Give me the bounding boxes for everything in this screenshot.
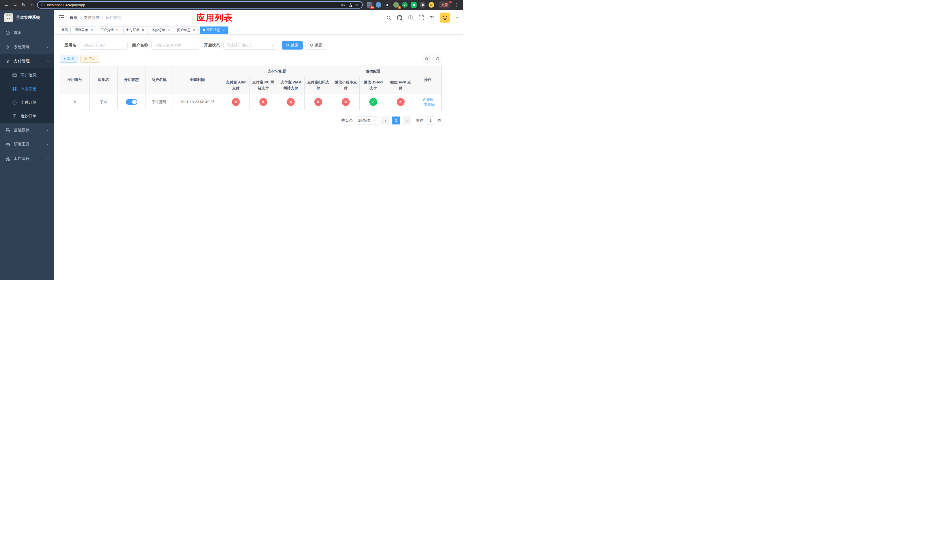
apps-table: 应用编号 应用名 开启状态 商户名称 创建时间 支付宝配置 微信配置 操作 支付… [60,66,441,110]
extension-avatar-icon[interactable]: 1 [393,2,399,8]
navbar-actions: ? TT [386,12,458,23]
tab-商户信息[interactable]: 商户信息× [174,26,199,34]
sidebar-item-refund-orders[interactable]: 退款订单 [0,109,54,123]
page-content: 应用名 商户名称 开启状态 请选择开启状态 搜索 重置 [54,35,463,280]
page-size-value: 10条/页 [358,118,371,123]
sidebar-collapse-icon[interactable] [59,15,65,21]
github-icon[interactable] [396,15,402,21]
url-text[interactable]: localhost:1024/pay/app [47,3,339,7]
password-key-icon[interactable] [341,3,345,7]
tab-label: 退款订单 [151,28,165,32]
config-status-cell: × [250,94,277,110]
sidebar-item-label: 基础设施 [14,128,43,133]
extension-glyph [386,4,388,6]
font-size-icon[interactable]: TT [429,15,435,21]
tab-close-icon[interactable]: × [115,28,119,32]
user-avatar[interactable] [440,12,450,23]
app-title: 芋道管理系统 [16,15,40,20]
browser-forward-icon[interactable]: → [11,1,19,9]
browser-home-icon[interactable]: ⌂ [29,1,36,9]
extension-pin-icon[interactable] [420,2,425,8]
sidebar-item-dev-tools[interactable]: 研发工具 [0,137,54,151]
sidebar-item-pay-orders[interactable]: 支付订单 [0,96,54,109]
tab-退款订单[interactable]: 退款订单× [149,26,173,34]
extension-face-icon[interactable] [428,2,434,8]
fullscreen-icon[interactable] [418,15,424,21]
help-icon[interactable]: ? [407,15,413,21]
status-select[interactable]: 请选择开启状态 [223,41,277,50]
next-page-button[interactable]: › [403,117,411,124]
sidebar-item-system[interactable]: 系统管理 [0,40,54,54]
sidebar-item-label: 支付订单 [21,100,49,105]
refresh-icon [436,57,439,61]
chevron-down-icon [373,119,376,122]
cell-status [118,94,145,110]
sidebar-item-label: 系统管理 [14,44,43,50]
omnibox-actions: ☆ [341,3,359,7]
extension-icon-1[interactable]: 10 [367,2,372,8]
goto-page-input[interactable] [425,117,436,124]
tab-close-icon[interactable]: × [221,28,225,32]
cell-actions: 修改 删除 [414,94,442,110]
merchant-name-input[interactable] [151,41,199,50]
export-button[interactable]: 导出 [80,55,99,63]
refresh-table-button[interactable] [433,55,441,63]
tab-支付订单[interactable]: 支付订单× [123,26,147,34]
sidebar-item-workflow[interactable]: 工作流程 [0,151,54,166]
config-disabled-icon: × [259,98,267,106]
extension-check-icon[interactable]: ✓ [402,2,408,8]
browser-reload-icon[interactable]: ↻ [20,1,27,9]
browser-back-icon[interactable]: ← [3,1,10,9]
site-info-icon[interactable]: ⓘ [41,2,45,8]
page-size-select[interactable]: 10条/页 [356,117,378,124]
reset-button[interactable]: 重置 [306,41,326,50]
config-disabled-icon: × [396,98,405,106]
status-toggle[interactable] [126,99,137,105]
toggle-search-button[interactable] [422,55,431,63]
browser-update-button[interactable]: 更新 [438,1,451,9]
col-header-alipay-app: 支付宝 APP 支付 [222,77,250,94]
tab-用户分组[interactable]: 用户分组× [98,26,122,34]
cell-merchant: 芋道源码 [145,94,173,110]
tab-close-icon[interactable]: × [90,28,94,32]
app-name-input[interactable] [80,41,127,50]
merchant-name-label: 商户名称 [132,43,148,48]
sidebar-item-payment[interactable]: ¥ 支付管理 [0,54,54,68]
avatar-caret-down-icon[interactable] [455,16,458,20]
refresh-icon [310,44,313,47]
sidebar-item-merchant-info[interactable]: 商户信息 [0,68,54,82]
search-icon[interactable] [386,15,392,21]
sidebar-item-home[interactable]: 首页 [0,26,54,40]
edit-link[interactable]: 修改 [422,97,433,102]
tab-首页[interactable]: 首页 [59,26,71,34]
tab-close-icon[interactable]: × [166,28,171,32]
toolbox-icon [5,142,10,147]
share-icon[interactable] [348,3,352,7]
add-button[interactable]: + 新增 [60,55,77,63]
chat-bubble-glyph [413,4,415,6]
col-header-wechat-jsapi: 微信 JSAPI 支付 [360,77,387,94]
search-button[interactable]: 搜索 [282,41,303,50]
extension-icon-2[interactable] [375,2,381,8]
extension-chat-icon[interactable] [411,2,416,8]
page-number-button[interactable]: 1 [392,117,400,124]
sidebar-item-label: 工作流程 [14,156,43,161]
bookmark-star-icon[interactable]: ☆ [355,3,359,7]
tab-应用信息[interactable]: 应用信息× [200,26,228,34]
browser-menu-icon[interactable]: ⋮ [452,2,460,8]
delete-link[interactable]: 删除 [424,102,435,107]
status-select-placeholder: 请选择开启状态 [226,43,252,48]
search-form: 应用名 商户名称 开启状态 请选择开启状态 搜索 重置 [60,41,457,50]
prev-page-button[interactable]: ‹ [381,117,389,124]
sidebar-item-infrastructure[interactable]: 基础设施 [0,123,54,137]
cell-app-id: 6 [60,94,90,110]
breadcrumb-home[interactable]: 首页 [70,15,77,20]
address-bar[interactable]: ⓘ localhost:1024/pay/app ☆ [37,1,363,9]
tab-流程表单[interactable]: 流程表单× [72,26,96,34]
sidebar-item-app-info[interactable]: 应用信息 [0,82,54,96]
extension-icon-3[interactable] [384,2,390,8]
dashboard-icon [5,30,10,35]
tab-close-icon[interactable]: × [141,28,145,32]
sidebar: 芋道管理系统 首页 系统管理 ¥ 支付管理 商户信息 [0,10,54,280]
tab-close-icon[interactable]: × [192,28,196,32]
